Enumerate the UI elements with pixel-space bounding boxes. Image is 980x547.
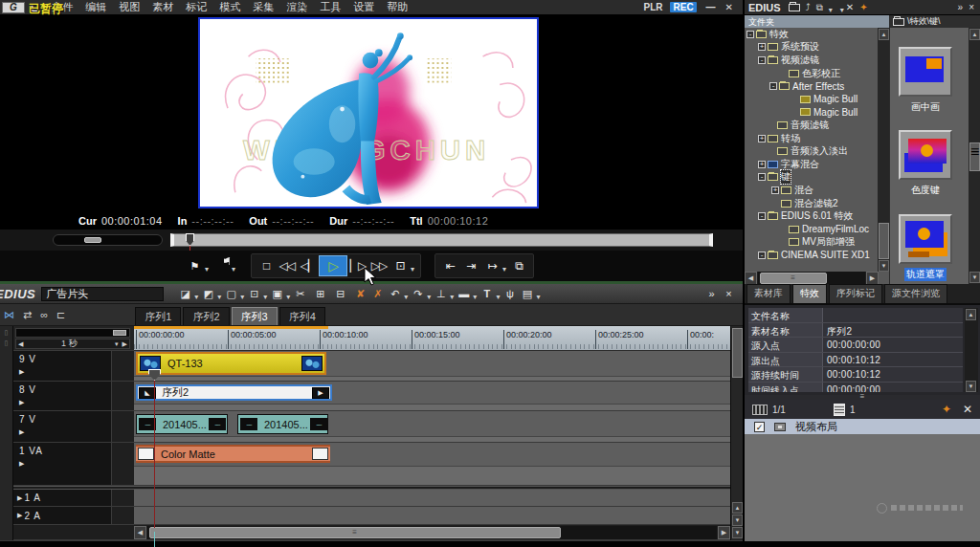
track-expand-icon[interactable]: ▶ — [19, 399, 24, 406]
loop-mode-icon[interactable]: ∞ — [40, 309, 48, 320]
tab-sequence-markers[interactable]: 序列标记 — [829, 284, 882, 303]
tree-expander[interactable]: + — [771, 186, 779, 194]
transition-button[interactable]: ◪ — [177, 286, 193, 302]
track-patch-area[interactable] — [111, 443, 134, 485]
scroll-down-icon[interactable]: ▼ — [732, 514, 743, 526]
scroll-down-icon[interactable]: ▼ — [879, 260, 889, 272]
menu-tools[interactable]: 工具 — [320, 0, 341, 14]
menu-view[interactable]: 视图 — [119, 0, 140, 14]
import-button[interactable]: ⊡ — [246, 286, 262, 302]
timeline-ruler[interactable]: 00:00:00:00 00:00:05:00 00:00:10:00 00:0… — [134, 326, 730, 351]
paste-button[interactable]: ⊟ — [332, 286, 348, 302]
tree-hscroll-track[interactable]: ≡ — [758, 272, 865, 285]
add-cut-caret-icon[interactable]: ▾ — [450, 293, 454, 301]
stop-button[interactable]: □ — [256, 255, 277, 276]
rewind-button[interactable]: ◁◁ — [277, 255, 298, 276]
track-expand-icon[interactable]: ▶ — [17, 512, 22, 519]
video-layout-label[interactable]: 视频布局 — [795, 420, 837, 434]
loop-playback-button[interactable]: ⊡ — [390, 255, 411, 276]
effect-thumbnail[interactable] — [899, 130, 952, 180]
effect-track-matte[interactable]: 轨道遮罩 — [898, 214, 953, 281]
tree-hscroll-thumb[interactable]: ≡ — [760, 273, 827, 284]
marker-caret-icon[interactable]: ▾ — [473, 293, 477, 301]
position-bar[interactable] — [170, 233, 713, 247]
snap-mode-icon[interactable]: ⊏ — [56, 309, 65, 321]
track-expand-icon[interactable]: ▶ — [19, 428, 24, 436]
track-content-2a[interactable] — [134, 507, 730, 525]
clip-qt133[interactable]: QT-133 — [136, 352, 326, 375]
tree-item[interactable]: Magic Bull — [745, 93, 878, 106]
tab-sequence-1[interactable]: 序列1 — [135, 307, 181, 325]
palette-close-icon[interactable]: × — [969, 2, 974, 12]
video-layout-row[interactable]: ✓ 视频布局 — [745, 419, 980, 434]
track-expand-icon[interactable]: ▶ — [19, 368, 24, 376]
tree-item[interactable]: Magic Bull — [745, 106, 878, 120]
tab-sequence-2[interactable]: 序列2 — [183, 307, 229, 325]
up-folder-icon[interactable]: ⤴ — [806, 2, 811, 12]
tab-bin[interactable]: 素材库 — [746, 284, 791, 303]
tree-item[interactable]: -After Effects — [745, 79, 878, 93]
track-patch-area[interactable] — [111, 490, 134, 506]
tab-sequence-3[interactable]: 序列3 — [232, 307, 278, 325]
view-caret-icon[interactable]: ▾ — [840, 6, 844, 14]
position-marker[interactable] — [186, 233, 194, 246]
cut-button[interactable]: ✂ — [292, 286, 308, 302]
tree-item[interactable]: +字幕混合 — [745, 158, 878, 171]
redo-caret-icon[interactable]: ▾ — [427, 293, 431, 301]
tree-item[interactable]: +转场 — [745, 132, 878, 145]
key-effect-button[interactable]: ◩ — [200, 286, 216, 302]
set-in-point-button[interactable]: ⚑ — [184, 255, 205, 276]
timeline-scale-spinner[interactable]: ◀ 1 秒 ▾ ▶ — [15, 339, 130, 349]
zoom-slider-knob[interactable] — [113, 330, 126, 336]
set-out-caret-icon[interactable]: ▾ — [232, 265, 235, 274]
scroll-left-icon[interactable]: ◀ — [134, 526, 146, 539]
redo-button[interactable]: ↷ — [410, 286, 426, 302]
scroll-up-icon[interactable]: ▲ — [969, 29, 980, 40]
tree-item[interactable]: -视频滤镜 — [745, 54, 878, 67]
scroll-down-icon[interactable]: ▼ — [969, 272, 980, 283]
tree-expander[interactable]: - — [769, 82, 777, 90]
track-content-9v[interactable]: QT-133 — [134, 351, 730, 382]
voiceover-button[interactable]: ψ — [501, 286, 518, 302]
folder-icon[interactable] — [789, 4, 800, 11]
title-caret-icon[interactable]: ▾ — [496, 293, 500, 301]
menu-render[interactable]: 渲染 — [286, 0, 307, 14]
set-in-caret-icon[interactable]: ▾ — [205, 265, 209, 274]
tree-item[interactable]: +混合 — [745, 184, 878, 197]
delete-parts-button[interactable]: ✗ — [369, 286, 386, 302]
layout-enabled-checkbox[interactable]: ✓ — [754, 422, 765, 432]
timeline-zoom-slider[interactable] — [15, 328, 130, 338]
delete-icon[interactable]: ✕ — [846, 2, 854, 12]
menu-settings[interactable]: 设置 — [353, 0, 374, 14]
folder-column-header[interactable]: 文件夹 — [745, 15, 889, 28]
tree-hscrollbar[interactable]: ◀ ≡ ▶ — [745, 272, 879, 284]
tree-expander[interactable]: + — [758, 135, 766, 142]
plr-button[interactable]: PLR — [643, 2, 662, 12]
track-header-7v[interactable]: 7 V▤ ▶ — [0, 411, 134, 443]
scroll-up-icon[interactable]: ▲ — [732, 502, 743, 514]
tree-item[interactable]: -EDIUS 6.01 特效 — [745, 209, 878, 223]
toolbar-more-button[interactable]: » — [703, 286, 720, 302]
hscroll-thumb[interactable]: ≡ — [149, 527, 561, 538]
scroll-left-icon[interactable]: ◀ — [745, 272, 757, 285]
effects-settings-icon[interactable]: ✦ — [942, 403, 951, 416]
palette-more-icon[interactable]: » — [958, 2, 964, 12]
key-caret-icon[interactable]: ▾ — [217, 293, 221, 301]
track-header-9v[interactable]: 9 V▤ ▶ — [0, 351, 134, 382]
tree-item[interactable]: 色彩校正 — [745, 67, 878, 80]
minimize-button[interactable]: — — [706, 2, 716, 12]
shuttle-knob[interactable] — [84, 237, 101, 243]
clip-sequence2[interactable]: ◣ 序列2 ▶ — [136, 384, 332, 401]
menu-edit[interactable]: 编辑 — [85, 0, 106, 14]
effect-label[interactable]: 色度键 — [909, 184, 942, 197]
copy-button[interactable]: ⊞ — [312, 286, 328, 302]
vscroll-thumb[interactable] — [732, 328, 743, 378]
tree-expander[interactable]: - — [758, 56, 766, 64]
loop-caret-icon[interactable]: ▾ — [411, 265, 414, 274]
effect-label-selected[interactable]: 轨道遮罩 — [904, 268, 947, 281]
set-marker-button[interactable]: ▬ — [456, 286, 472, 302]
scroll-up-icon[interactable]: ▲ — [966, 309, 976, 320]
tree-item[interactable]: 音频淡入淡出 — [745, 144, 878, 158]
clip-201405-a[interactable]: ---- 201405... ---- — [136, 414, 228, 434]
tree-expander[interactable]: + — [758, 43, 766, 51]
